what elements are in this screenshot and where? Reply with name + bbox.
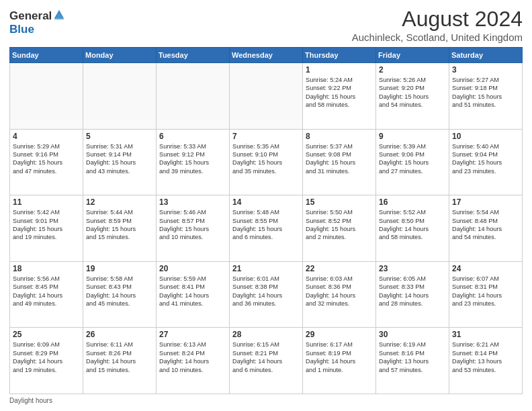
- calendar-cell: [83, 63, 157, 130]
- calendar-cell: [157, 63, 230, 130]
- day-number: 5: [86, 132, 153, 141]
- day-number: 22: [306, 264, 373, 273]
- calendar-cell: 3Sunrise: 5:27 AM Sunset: 9:18 PM Daylig…: [449, 63, 523, 130]
- calendar-cell: 31Sunrise: 6:21 AM Sunset: 8:14 PM Dayli…: [449, 328, 523, 394]
- day-number: 3: [452, 65, 519, 75]
- footer-note: Daylight hours: [9, 397, 523, 404]
- calendar-cell: 5Sunrise: 5:31 AM Sunset: 9:14 PM Daylig…: [83, 129, 157, 195]
- day-number: 15: [306, 197, 373, 207]
- calendar-cell: 19Sunrise: 5:58 AM Sunset: 8:43 PM Dayli…: [83, 261, 157, 328]
- calendar-header-row: SundayMondayTuesdayWednesdayThursdayFrid…: [10, 48, 523, 63]
- calendar-cell: 11Sunrise: 5:42 AM Sunset: 9:01 PM Dayli…: [10, 195, 83, 262]
- main-title: August 2024: [352, 7, 523, 32]
- day-number: 26: [86, 330, 153, 339]
- calendar-cell: 6Sunrise: 5:33 AM Sunset: 9:12 PM Daylig…: [157, 129, 230, 195]
- day-info: Sunrise: 5:52 AM Sunset: 8:50 PM Dayligh…: [379, 208, 446, 242]
- week-row-2: 4Sunrise: 5:29 AM Sunset: 9:16 PM Daylig…: [10, 129, 523, 195]
- calendar-cell: 10Sunrise: 5:40 AM Sunset: 9:04 PM Dayli…: [449, 129, 523, 195]
- day-info: Sunrise: 6:01 AM Sunset: 8:38 PM Dayligh…: [232, 275, 300, 308]
- day-info: Sunrise: 5:50 AM Sunset: 8:52 PM Dayligh…: [306, 208, 373, 242]
- calendar-cell: 24Sunrise: 6:07 AM Sunset: 8:31 PM Dayli…: [449, 261, 523, 328]
- week-row-4: 18Sunrise: 5:56 AM Sunset: 8:45 PM Dayli…: [10, 261, 523, 328]
- svg-marker-1: [54, 11, 64, 20]
- day-info: Sunrise: 6:21 AM Sunset: 8:14 PM Dayligh…: [452, 340, 519, 374]
- col-header-sunday: Sunday: [10, 48, 83, 63]
- logo-general-text: General: [9, 9, 52, 23]
- calendar-cell: 21Sunrise: 6:01 AM Sunset: 8:38 PM Dayli…: [230, 261, 303, 328]
- day-info: Sunrise: 6:13 AM Sunset: 8:24 PM Dayligh…: [159, 340, 226, 374]
- title-block: August 2024 Auchinleck, Scotland, United…: [352, 7, 523, 43]
- day-info: Sunrise: 6:05 AM Sunset: 8:33 PM Dayligh…: [379, 275, 446, 308]
- day-number: 18: [13, 264, 80, 273]
- calendar-cell: 29Sunrise: 6:17 AM Sunset: 8:19 PM Dayli…: [303, 328, 376, 394]
- subtitle: Auchinleck, Scotland, United Kingdom: [352, 32, 523, 43]
- day-number: 16: [379, 197, 446, 207]
- calendar-cell: 18Sunrise: 5:56 AM Sunset: 8:45 PM Dayli…: [10, 261, 83, 328]
- day-number: 1: [306, 65, 373, 75]
- day-number: 11: [13, 197, 80, 207]
- calendar-cell: 7Sunrise: 5:35 AM Sunset: 9:10 PM Daylig…: [230, 129, 303, 195]
- day-info: Sunrise: 5:24 AM Sunset: 9:22 PM Dayligh…: [306, 76, 373, 109]
- day-number: 30: [379, 330, 446, 339]
- day-info: Sunrise: 5:26 AM Sunset: 9:20 PM Dayligh…: [379, 76, 446, 109]
- calendar-cell: 25Sunrise: 6:09 AM Sunset: 8:29 PM Dayli…: [10, 328, 83, 394]
- day-number: 6: [159, 132, 226, 141]
- calendar-cell: 27Sunrise: 6:13 AM Sunset: 8:24 PM Dayli…: [157, 328, 230, 394]
- calendar-cell: [230, 63, 303, 130]
- day-number: 28: [232, 330, 300, 339]
- calendar-cell: 20Sunrise: 5:59 AM Sunset: 8:41 PM Dayli…: [157, 261, 230, 328]
- day-info: Sunrise: 6:11 AM Sunset: 8:26 PM Dayligh…: [86, 340, 153, 374]
- day-info: Sunrise: 6:03 AM Sunset: 8:36 PM Dayligh…: [306, 275, 373, 308]
- day-number: 25: [13, 330, 80, 339]
- day-number: 4: [13, 132, 80, 141]
- day-number: 24: [452, 264, 519, 273]
- day-number: 9: [379, 132, 446, 141]
- day-info: Sunrise: 5:46 AM Sunset: 8:57 PM Dayligh…: [159, 208, 226, 242]
- calendar-cell: 9Sunrise: 5:39 AM Sunset: 9:06 PM Daylig…: [376, 129, 449, 195]
- day-number: 29: [306, 330, 373, 339]
- day-number: 13: [159, 197, 226, 207]
- day-info: Sunrise: 5:39 AM Sunset: 9:06 PM Dayligh…: [379, 142, 446, 176]
- day-number: 7: [232, 132, 300, 141]
- day-info: Sunrise: 5:37 AM Sunset: 9:08 PM Dayligh…: [306, 142, 373, 176]
- calendar-cell: 15Sunrise: 5:50 AM Sunset: 8:52 PM Dayli…: [303, 195, 376, 262]
- col-header-saturday: Saturday: [449, 48, 523, 63]
- calendar-cell: 16Sunrise: 5:52 AM Sunset: 8:50 PM Dayli…: [376, 195, 449, 262]
- day-info: Sunrise: 6:09 AM Sunset: 8:29 PM Dayligh…: [13, 340, 80, 374]
- calendar-cell: 1Sunrise: 5:24 AM Sunset: 9:22 PM Daylig…: [303, 63, 376, 130]
- week-row-3: 11Sunrise: 5:42 AM Sunset: 9:01 PM Dayli…: [10, 195, 523, 262]
- day-info: Sunrise: 5:56 AM Sunset: 8:45 PM Dayligh…: [13, 275, 80, 308]
- day-info: Sunrise: 5:27 AM Sunset: 9:18 PM Dayligh…: [452, 76, 519, 109]
- calendar-cell: 2Sunrise: 5:26 AM Sunset: 9:20 PM Daylig…: [376, 63, 449, 130]
- calendar-cell: 12Sunrise: 5:44 AM Sunset: 8:59 PM Dayli…: [83, 195, 157, 262]
- day-number: 12: [86, 197, 153, 207]
- col-header-monday: Monday: [83, 48, 157, 63]
- week-row-5: 25Sunrise: 6:09 AM Sunset: 8:29 PM Dayli…: [10, 328, 523, 394]
- calendar-cell: 4Sunrise: 5:29 AM Sunset: 9:16 PM Daylig…: [10, 129, 83, 195]
- logo-icon: [53, 9, 65, 21]
- day-number: 8: [306, 132, 373, 141]
- day-info: Sunrise: 5:35 AM Sunset: 9:10 PM Dayligh…: [232, 142, 300, 176]
- calendar-cell: 14Sunrise: 5:48 AM Sunset: 8:55 PM Dayli…: [230, 195, 303, 262]
- col-header-friday: Friday: [376, 48, 449, 63]
- day-info: Sunrise: 5:48 AM Sunset: 8:55 PM Dayligh…: [232, 208, 300, 242]
- page: General Blue August 2024 Auchinleck, Sco…: [0, 0, 532, 411]
- header: General Blue August 2024 Auchinleck, Sco…: [9, 7, 523, 43]
- logo-blue-text: Blue: [9, 23, 34, 36]
- day-number: 17: [452, 197, 519, 207]
- day-number: 10: [452, 132, 519, 141]
- day-number: 19: [86, 264, 153, 273]
- day-info: Sunrise: 5:31 AM Sunset: 9:14 PM Dayligh…: [86, 142, 153, 176]
- day-info: Sunrise: 5:29 AM Sunset: 9:16 PM Dayligh…: [13, 142, 80, 176]
- day-number: 14: [232, 197, 300, 207]
- day-info: Sunrise: 5:59 AM Sunset: 8:41 PM Dayligh…: [159, 275, 226, 308]
- calendar-cell: 30Sunrise: 6:19 AM Sunset: 8:16 PM Dayli…: [376, 328, 449, 394]
- day-info: Sunrise: 5:44 AM Sunset: 8:59 PM Dayligh…: [86, 208, 153, 242]
- day-info: Sunrise: 6:07 AM Sunset: 8:31 PM Dayligh…: [452, 275, 519, 308]
- calendar-table: SundayMondayTuesdayWednesdayThursdayFrid…: [9, 47, 523, 394]
- col-header-thursday: Thursday: [303, 48, 376, 63]
- day-info: Sunrise: 5:54 AM Sunset: 8:48 PM Dayligh…: [452, 208, 519, 242]
- day-number: 21: [232, 264, 300, 273]
- week-row-1: 1Sunrise: 5:24 AM Sunset: 9:22 PM Daylig…: [10, 63, 523, 130]
- day-number: 23: [379, 264, 446, 273]
